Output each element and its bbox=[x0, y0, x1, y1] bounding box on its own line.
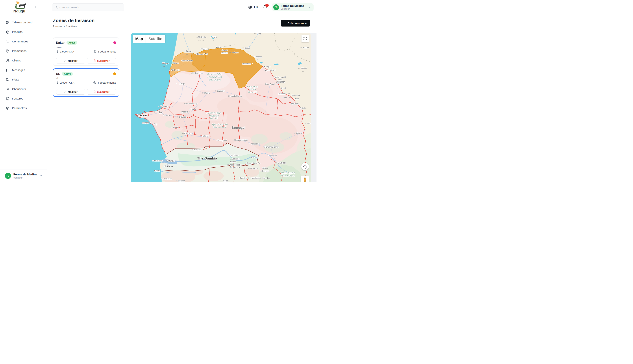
svg-text:Orkadiéré: Orkadiéré bbox=[278, 92, 286, 95]
svg-text:Podor: Podor bbox=[216, 46, 222, 48]
svg-text:Ndiago: Ndiago bbox=[162, 62, 168, 64]
svg-text:Velingara: Velingara bbox=[250, 167, 258, 170]
svg-text:The Gambia: The Gambia bbox=[197, 156, 217, 160]
svg-text:Dialakoto: Dialakoto bbox=[278, 162, 286, 164]
svg-text:Kolda: Kolda bbox=[223, 180, 228, 182]
svg-text:Kanel: Kanel bbox=[281, 87, 286, 89]
svg-text:de Doli: de Doli bbox=[210, 117, 218, 120]
svg-text:Reserve Sylvo: Reserve Sylvo bbox=[207, 73, 222, 76]
svg-text:Ross Bethio: Ross Bethio bbox=[182, 60, 193, 62]
svg-text:Pastorale: Pastorale bbox=[209, 114, 219, 117]
svg-text:Banjul: Banjul bbox=[168, 160, 174, 162]
svg-text:Koumpentoum: Koumpentoum bbox=[235, 139, 248, 141]
svg-text:Ouro Sogui: Ouro Sogui bbox=[265, 83, 275, 85]
svg-text:Bignona: Bignona bbox=[178, 180, 185, 182]
svg-text:Prokhane: Prokhane bbox=[193, 148, 201, 151]
svg-text:Wildlife: Wildlife bbox=[249, 88, 256, 91]
svg-text:Waounde: Waounde bbox=[292, 94, 300, 96]
svg-text:St Louis: St Louis bbox=[171, 69, 180, 72]
svg-text:Barkeol: Barkeol bbox=[303, 46, 309, 49]
svg-text:Senegal: Senegal bbox=[232, 126, 246, 130]
svg-text:Goudiri: Goudiri bbox=[296, 132, 302, 134]
svg-text:Thies: Thies bbox=[156, 111, 162, 114]
svg-text:Louga: Louga bbox=[179, 82, 185, 85]
svg-text:Médina: Médina bbox=[230, 160, 237, 163]
svg-text:Mboumba: Mboumba bbox=[243, 62, 251, 65]
svg-text:Ndioum: Ndioum bbox=[232, 52, 239, 54]
svg-text:Gounass: Gounass bbox=[261, 170, 269, 172]
svg-text:Mederdra: Mederdra bbox=[198, 36, 206, 38]
svg-text:Lobali: Lobali bbox=[294, 98, 299, 100]
svg-text:Tékane: Tékane bbox=[200, 48, 207, 50]
svg-text:Barogal: Barogal bbox=[264, 66, 270, 68]
svg-text:Diama: Diama bbox=[173, 62, 179, 64]
svg-text:Loumbél Lana: Loumbél Lana bbox=[230, 95, 242, 97]
svg-text:Bambey: Bambey bbox=[163, 114, 170, 116]
svg-text:Diourbel: Diourbel bbox=[179, 116, 186, 118]
svg-text:Chantier: Chantier bbox=[221, 52, 228, 54]
svg-text:Koussanar: Koussanar bbox=[251, 143, 260, 145]
svg-text:Seme: Seme bbox=[282, 96, 287, 98]
svg-text:Rosso: Rosso bbox=[185, 50, 192, 53]
svg-text:Basse Santa Su: Basse Santa Su bbox=[247, 162, 260, 164]
svg-text:Saly: Saly bbox=[154, 123, 157, 125]
svg-text:Moudery: Moudery bbox=[291, 102, 299, 105]
svg-text:National Park: National Park bbox=[213, 126, 227, 128]
svg-text:Gunjur: Gunjur bbox=[154, 170, 160, 172]
svg-text:gu: gu bbox=[21, 9, 26, 13]
svg-text:Matam: Matam bbox=[278, 81, 285, 83]
svg-text:Dembe: Dembe bbox=[277, 78, 283, 81]
svg-text:Kaffrine: Kaffrine bbox=[202, 135, 208, 137]
svg-text:Yoro Foulah: Yoro Foulah bbox=[230, 164, 240, 166]
svg-text:Aleg: Aleg bbox=[257, 33, 261, 34]
svg-text:Mbacke: Mbacke bbox=[181, 111, 188, 113]
svg-text:Kafountine: Kafountine bbox=[162, 178, 172, 180]
svg-text:Niokolo-Koba: Niokolo-Koba bbox=[281, 172, 295, 174]
svg-text:Brikama: Brikama bbox=[165, 165, 173, 168]
svg-text:Kounkane: Kounkane bbox=[251, 177, 260, 179]
svg-text:Kaolack: Kaolack bbox=[184, 132, 192, 135]
svg-text:Richard Toll: Richard Toll bbox=[196, 53, 208, 56]
svg-text:Diaoube: Diaoube bbox=[239, 177, 247, 179]
svg-text:Reserve Sylvo: Reserve Sylvo bbox=[206, 112, 222, 114]
svg-text:Dahra: Dahra bbox=[204, 92, 210, 94]
svg-text:Bogué: Bogué bbox=[245, 47, 250, 49]
svg-text:Touba: Touba bbox=[191, 108, 196, 110]
svg-text:Nd: Nd bbox=[13, 9, 19, 13]
svg-text:Dakar: Dakar bbox=[139, 114, 147, 117]
svg-text:Reserve: Reserve bbox=[248, 91, 257, 94]
svg-text:National Park: National Park bbox=[281, 174, 295, 177]
svg-text:Médina: Médina bbox=[262, 167, 269, 170]
svg-text:Missirah: Missirah bbox=[270, 154, 277, 156]
svg-text:Guédé: Guédé bbox=[222, 49, 228, 52]
svg-text:Ndouloumadji: Ndouloumadji bbox=[274, 76, 286, 78]
svg-text:Kidira: Kidira bbox=[307, 122, 311, 124]
svg-text:R' Kiz: R' Kiz bbox=[212, 36, 217, 38]
svg-text:Koina: Koina bbox=[251, 156, 256, 158]
svg-text:Ferlo-Nord: Ferlo-Nord bbox=[247, 86, 258, 88]
svg-text:Bakel: Bakel bbox=[300, 107, 305, 109]
svg-text:Agnam Civol: Agnam Civol bbox=[265, 69, 276, 71]
svg-text:Serrekunda: Serrekunda bbox=[152, 160, 162, 162]
svg-text:Linkering: Linkering bbox=[262, 177, 270, 179]
svg-text:Pastorale Des: Pastorale Des bbox=[207, 76, 222, 78]
svg-text:Somone: Somone bbox=[142, 122, 149, 124]
svg-text:Merinaghene: Merinaghene bbox=[192, 72, 203, 74]
svg-text:Fatick: Fatick bbox=[173, 126, 178, 128]
svg-text:Bansang: Bansang bbox=[232, 158, 240, 160]
svg-text:Bababé: Bababé bbox=[256, 56, 262, 58]
svg-text:Linguere: Linguere bbox=[217, 90, 225, 92]
svg-text:Tambacounda: Tambacounda bbox=[265, 146, 278, 148]
svg-text:Koungheul: Koungheul bbox=[218, 139, 227, 142]
svg-text:Janjanburen: Janjanburen bbox=[229, 154, 239, 156]
svg-text:Tivaouane: Tivaouane bbox=[160, 105, 169, 107]
svg-text:Six Forages: Six Forages bbox=[208, 78, 221, 81]
svg-text:Darou Mousty: Darou Mousty bbox=[185, 102, 197, 105]
svg-text:Sylvo-Pastorale: Sylvo-Pastorale bbox=[212, 123, 228, 126]
svg-text:Department: Department bbox=[230, 166, 240, 168]
svg-text:ù: ù bbox=[19, 9, 21, 13]
svg-text:M'bout: M'bout bbox=[301, 67, 307, 70]
